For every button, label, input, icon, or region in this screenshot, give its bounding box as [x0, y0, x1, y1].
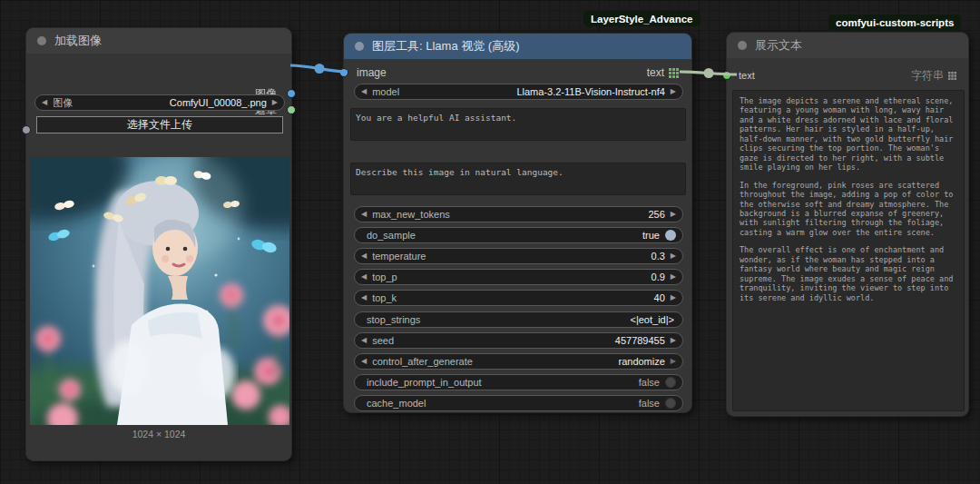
node-title: 加载图像 [54, 33, 102, 49]
temperature-widget[interactable]: ◀ temperature 0.3 ▶ [354, 248, 683, 264]
image-combo-widget[interactable]: ◀ 图像 ComfyUI_00008_.png ▶ [34, 94, 285, 111]
stop-strings-widget[interactable]: stop_strings <|eot_id|> [354, 311, 683, 328]
do-sample-widget[interactable]: do_sample true [354, 227, 683, 243]
llama-node-header[interactable]: 图层工具: Llama 视觉 (高级) [344, 34, 691, 59]
seed-widget[interactable]: ◀ seed 457789455 ▶ [354, 332, 683, 349]
toggle-off-icon[interactable] [665, 377, 676, 388]
show-text-output[interactable]: The image depicts a serene and ethereal … [732, 90, 965, 411]
combo-right-arrow[interactable]: ▶ [671, 88, 676, 95]
custom-scripts-badge: comfyui-custom-scripts [828, 15, 961, 30]
node-title: 图层工具: Llama 视觉 (高级) [372, 38, 520, 54]
text-wire-midpoint [704, 68, 714, 78]
left-arrow[interactable]: ◀ [361, 211, 367, 218]
upload-button[interactable]: 选择文件上传 [36, 116, 283, 133]
collapse-dot[interactable] [37, 36, 46, 45]
left-arrow[interactable]: ◀ [361, 337, 367, 344]
output-paragraph: The image depicts a serene and ethereal … [740, 96, 957, 173]
image-wire-midpoint [315, 64, 325, 74]
collapse-dot[interactable] [738, 41, 747, 50]
combo-value: Llama-3.2-11B-Vision-Instruct-nf4 [516, 86, 664, 97]
layerstyle-advance-badge: LayerStyle_Advance [583, 11, 701, 26]
cache-model-widget[interactable]: cache_model false [354, 395, 683, 411]
collapse-dot[interactable] [355, 42, 364, 51]
input-image-label: image [357, 66, 387, 79]
combo-label: 图像 [53, 96, 164, 110]
user-prompt-textarea[interactable]: Describe this image in natural language. [350, 163, 686, 195]
show-text-node[interactable]: 展示文本 text 字符串 The image depicts a serene… [726, 32, 969, 417]
output-image-slot[interactable] [287, 89, 296, 98]
control-after-generate-widget[interactable]: ◀ control_after_generate randomize ▶ [354, 353, 683, 370]
image-preview [30, 157, 289, 425]
right-arrow[interactable]: ▶ [671, 211, 676, 218]
right-arrow[interactable]: ▶ [671, 294, 676, 301]
model-combo-widget[interactable]: ◀ model Llama-3.2-11B-Vision-Instruct-nf… [354, 84, 683, 100]
combo-value: ComfyUI_00008_.png [170, 97, 267, 108]
right-arrow[interactable]: ▶ [671, 252, 676, 260]
output-mask-slot[interactable] [287, 105, 296, 114]
show-text-node-header[interactable]: 展示文本 [727, 33, 968, 58]
string-type-label: 字符串 [911, 68, 944, 84]
left-arrow[interactable]: ◀ [361, 358, 367, 365]
combo-label: model [372, 86, 511, 97]
input-text-slot[interactable] [722, 71, 731, 80]
input-image-slot[interactable] [339, 68, 348, 77]
right-arrow[interactable]: ▶ [671, 358, 676, 365]
top-k-widget[interactable]: ◀ top_k 40 ▶ [354, 290, 683, 306]
left-arrow[interactable]: ◀ [361, 294, 367, 301]
combo-left-arrow[interactable]: ◀ [361, 88, 367, 95]
system-prompt-textarea[interactable]: You are a helpful AI assistant. [350, 108, 686, 141]
left-arrow[interactable]: ◀ [361, 252, 367, 260]
right-arrow[interactable]: ▶ [671, 273, 676, 281]
image-size-caption: 1024 × 1024 [26, 429, 291, 440]
left-arrow[interactable]: ◀ [361, 273, 367, 281]
image-widget-input-slot[interactable] [22, 125, 31, 134]
include-prompt-in-output-widget[interactable]: include_prompt_in_output false [354, 374, 683, 390]
combo-right-arrow[interactable]: ▶ [272, 99, 278, 106]
toggle-on-icon[interactable] [665, 230, 676, 241]
output-text-label: text [647, 66, 664, 79]
top-p-widget[interactable]: ◀ top_p 0.9 ▶ [354, 269, 683, 285]
max-new-tokens-widget[interactable]: ◀ max_new_tokens 256 ▶ [354, 206, 683, 222]
node-title: 展示文本 [755, 37, 802, 54]
load-image-node-header[interactable]: 加载图像 [26, 28, 291, 54]
string-grid-icon[interactable] [948, 72, 956, 80]
output-paragraph: In the foreground, pink roses are scatte… [740, 181, 957, 238]
toggle-off-icon[interactable] [665, 398, 676, 409]
llama-vision-node[interactable]: 图层工具: Llama 视觉 (高级) image text ◀ model L… [343, 33, 692, 413]
output-paragraph: The overall effect is one of enchantment… [740, 245, 957, 302]
input-text-label: text [739, 70, 755, 81]
combo-left-arrow[interactable]: ◀ [42, 99, 47, 106]
text-output-grid-icon[interactable] [669, 68, 679, 78]
right-arrow[interactable]: ▶ [671, 337, 676, 344]
load-image-node[interactable]: 加载图像 图像 遮罩 ◀ 图像 ComfyUI_00008_.png ▶ 选择文… [25, 27, 292, 461]
